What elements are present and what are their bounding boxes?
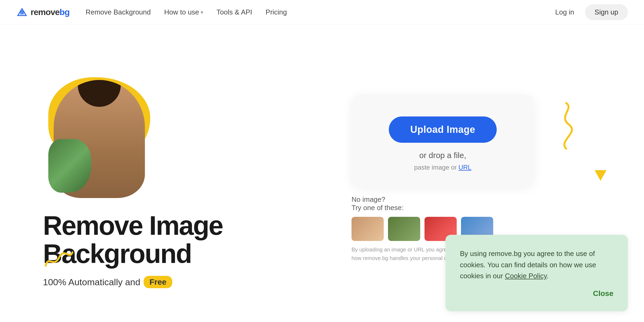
login-button[interactable]: Log in	[551, 5, 579, 19]
paste-url-text: paste image or URL	[414, 164, 471, 171]
sample-label: No image? Try one of these:	[352, 195, 534, 212]
logo-icon	[16, 6, 28, 18]
sample-section: No image? Try one of these:	[352, 195, 534, 241]
svg-point-2	[20, 10, 24, 14]
logo-text: removebg	[31, 7, 69, 17]
cookie-banner: By using remove.bg you agree to the use …	[445, 235, 628, 311]
upload-card: Upload Image or drop a file, paste image…	[352, 95, 534, 187]
nav-how-to-use[interactable]: How to use ▾	[164, 8, 203, 16]
right-triangle-decoration	[595, 170, 606, 181]
chevron-down-icon: ▾	[201, 9, 203, 15]
logo[interactable]: removebg	[16, 6, 69, 18]
hero-flowers-illustration	[48, 139, 91, 193]
sample-image-1[interactable]	[352, 217, 384, 241]
bottom-squiggle-decoration	[43, 244, 75, 272]
free-badge: Free	[144, 276, 172, 288]
nav-actions: Log in Sign up	[551, 4, 628, 20]
left-side: Remove Image Background 100% Automatical…	[16, 58, 258, 288]
hero-headline: Remove Image Background	[43, 211, 258, 268]
nav-tools-api[interactable]: Tools & API	[217, 8, 252, 16]
signup-button[interactable]: Sign up	[585, 4, 628, 20]
navbar: removebg Remove Background How to use ▾ …	[0, 0, 644, 25]
url-link[interactable]: URL	[459, 164, 471, 171]
nav-pricing[interactable]: Pricing	[266, 8, 287, 16]
cookie-text: By using remove.bg you agree to the use …	[460, 248, 613, 282]
nav-remove-background[interactable]: Remove Background	[86, 8, 151, 16]
nav-links: Remove Background How to use ▾ Tools & A…	[86, 8, 551, 16]
sample-image-2[interactable]	[388, 217, 420, 241]
hero-subtext: 100% Automatically and Free	[43, 276, 258, 288]
cookie-policy-link[interactable]: Cookie Policy	[505, 272, 547, 280]
upload-image-button[interactable]: Upload Image	[389, 116, 497, 143]
close-cookie-button[interactable]: Close	[593, 289, 613, 298]
right-top-squiggle-decoration	[547, 100, 585, 155]
hero-text: Remove Image Background 100% Automatical…	[43, 211, 258, 288]
drop-file-text: or drop a file,	[419, 151, 466, 160]
hero-image-area	[32, 69, 220, 198]
